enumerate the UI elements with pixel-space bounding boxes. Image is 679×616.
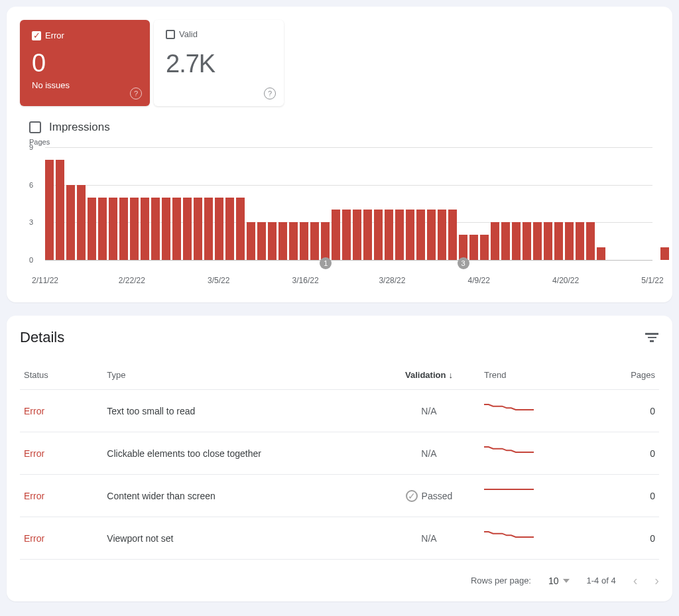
- chart-bar[interactable]: [459, 235, 467, 260]
- rows-per-page-select[interactable]: 10: [548, 576, 570, 586]
- details-heading: Details: [20, 329, 64, 346]
- impressions-toggle[interactable]: Impressions: [20, 114, 659, 138]
- status-cell: Error: [20, 517, 103, 560]
- chart-bar[interactable]: [416, 210, 425, 260]
- chart-bar[interactable]: [141, 198, 149, 260]
- validation-cell: N/A: [378, 390, 480, 432]
- chart-bar[interactable]: [278, 222, 287, 260]
- chart-bar[interactable]: [310, 222, 319, 260]
- chart-bar[interactable]: [544, 222, 552, 260]
- chart-bar[interactable]: [109, 198, 117, 260]
- trend-cell: [480, 390, 595, 432]
- details-card: Details Status Type Validation↓ Trend Pa…: [7, 316, 672, 601]
- chart-bar[interactable]: [215, 198, 223, 260]
- chart-bar[interactable]: [130, 198, 139, 260]
- chart-bar[interactable]: [204, 198, 213, 260]
- chart-bar[interactable]: [554, 222, 563, 260]
- tile-valid-label: Valid: [179, 29, 198, 39]
- arrow-down-icon: ↓: [448, 370, 453, 380]
- chart-bar[interactable]: [576, 222, 584, 260]
- chart-bar[interactable]: [289, 222, 298, 260]
- pages-cell: 0: [595, 517, 659, 560]
- page-range: 1-4 of 4: [587, 576, 616, 585]
- y-tick: 9: [29, 143, 33, 151]
- validation-cell: ✓Passed: [378, 475, 480, 517]
- chart-bar[interactable]: [342, 210, 351, 260]
- chart-bar[interactable]: [448, 210, 457, 260]
- chart-marker[interactable]: 1: [320, 257, 332, 269]
- table-row[interactable]: ErrorClickable elements too close togeth…: [20, 432, 659, 475]
- x-tick: 3/28/22: [379, 276, 405, 285]
- chart-bar[interactable]: [183, 198, 192, 260]
- chart-bar[interactable]: [565, 222, 574, 260]
- chart-bar[interactable]: [88, 198, 96, 260]
- chart-bar[interactable]: [501, 222, 510, 260]
- validation-cell: N/A: [378, 517, 480, 560]
- trend-cell: [480, 432, 595, 475]
- chart-bar[interactable]: [300, 222, 308, 260]
- table-row[interactable]: ErrorViewport not setN/A0: [20, 517, 659, 560]
- help-icon[interactable]: ?: [264, 87, 276, 99]
- chart-bar[interactable]: [512, 222, 521, 260]
- chart-bar[interactable]: [321, 222, 330, 260]
- chart-bar[interactable]: [586, 222, 595, 260]
- chart-bar[interactable]: [98, 198, 107, 260]
- chart-bar[interactable]: [247, 222, 255, 260]
- col-trend[interactable]: Trend: [480, 361, 595, 390]
- table-row[interactable]: ErrorText too small to readN/A0: [20, 390, 659, 432]
- chart-bar[interactable]: [332, 210, 340, 260]
- chart-bar[interactable]: [45, 160, 54, 260]
- type-cell: Viewport not set: [103, 517, 378, 560]
- filter-icon[interactable]: [645, 333, 659, 342]
- chart-bar[interactable]: [597, 247, 605, 260]
- chart-bar[interactable]: [162, 198, 170, 260]
- prev-page-button[interactable]: ‹: [633, 573, 638, 588]
- chart-bar[interactable]: [491, 222, 499, 260]
- tile-valid[interactable]: Valid 2.7K ?: [154, 20, 284, 106]
- table-row[interactable]: ErrorContent wider than screen✓Passed0: [20, 475, 659, 517]
- chart-bar[interactable]: [395, 210, 404, 260]
- y-tick: 6: [29, 181, 33, 189]
- status-cell: Error: [20, 432, 103, 475]
- x-tick: 3/5/22: [208, 276, 229, 285]
- tile-error[interactable]: ✓ Error 0 No issues ?: [20, 20, 150, 106]
- chart-bar[interactable]: [480, 235, 489, 260]
- help-icon[interactable]: ?: [130, 87, 142, 99]
- pagination: Rows per page: 10 1-4 of 4 ‹ ›: [20, 559, 659, 588]
- chart-bar[interactable]: [77, 185, 86, 260]
- trend-cell: [480, 475, 595, 517]
- chart-bar[interactable]: [268, 222, 277, 260]
- chart-bar[interactable]: [56, 160, 64, 260]
- chart-bar[interactable]: [119, 198, 128, 260]
- col-pages[interactable]: Pages: [595, 361, 659, 390]
- chart-bar[interactable]: [533, 222, 542, 260]
- next-page-button[interactable]: ›: [654, 573, 659, 588]
- chart-bar[interactable]: [66, 185, 75, 260]
- chart-bar[interactable]: [151, 198, 160, 260]
- tile-error-label: Error: [45, 31, 64, 40]
- col-type[interactable]: Type: [103, 361, 378, 390]
- chart-bar[interactable]: [523, 222, 531, 260]
- col-status[interactable]: Status: [20, 361, 103, 390]
- x-tick: 4/20/22: [552, 276, 579, 285]
- chart-bar[interactable]: [225, 198, 234, 260]
- chart-bar[interactable]: [660, 247, 669, 260]
- chart-bar[interactable]: [363, 210, 372, 260]
- chart-bar[interactable]: [172, 198, 181, 260]
- chart-bar[interactable]: [385, 210, 393, 260]
- chart-bar[interactable]: [469, 235, 478, 260]
- chart-bar[interactable]: [236, 198, 245, 260]
- chart-marker[interactable]: 3: [458, 257, 469, 269]
- chart-y-axis-title: Pages: [29, 138, 659, 146]
- type-cell: Content wider than screen: [103, 475, 378, 517]
- chart-bar[interactable]: [406, 210, 414, 260]
- chart-bar[interactable]: [427, 210, 436, 260]
- col-validation[interactable]: Validation↓: [378, 361, 480, 390]
- chart-bar[interactable]: [353, 210, 361, 260]
- chart-bar[interactable]: [194, 198, 202, 260]
- pages-cell: 0: [595, 432, 659, 475]
- y-tick: 0: [29, 256, 33, 264]
- chart-bar[interactable]: [438, 210, 446, 260]
- chart-bar[interactable]: [257, 222, 266, 260]
- chart-bar[interactable]: [374, 210, 383, 260]
